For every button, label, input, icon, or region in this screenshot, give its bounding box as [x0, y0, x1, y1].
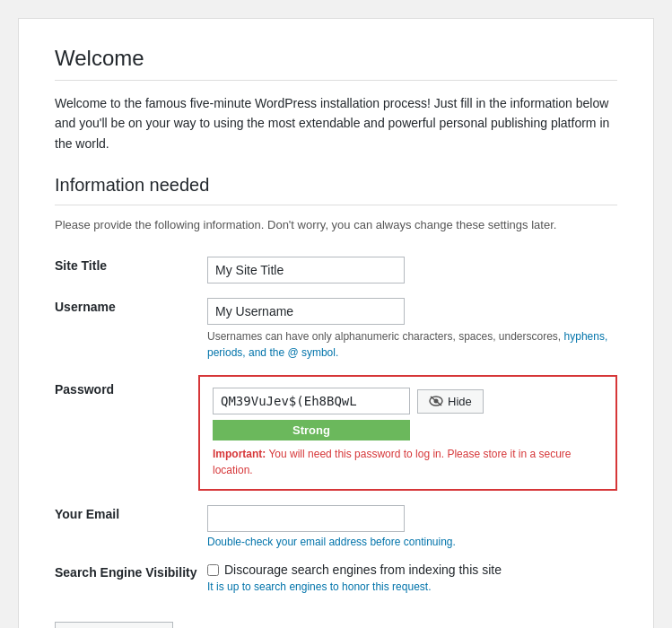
hide-button-label: Hide	[448, 395, 472, 408]
welcome-text: Welcome to the famous five-minute WordPr…	[55, 93, 617, 153]
welcome-heading: Welcome	[55, 46, 617, 71]
email-input[interactable]	[207, 505, 405, 532]
password-input[interactable]	[213, 388, 410, 414]
username-hint: Usernames can have only alphanumeric cha…	[207, 328, 617, 361]
password-hint-text: You will need this password to log in. P…	[213, 448, 572, 476]
username-input[interactable]	[207, 298, 405, 325]
search-engine-checkbox[interactable]	[207, 564, 219, 576]
search-engine-checkbox-row: Discourage search engines from indexing …	[207, 563, 617, 577]
username-field-cell: Usernames can have only alphanumeric cha…	[198, 291, 617, 368]
search-engine-field-cell: Discourage search engines from indexing …	[198, 555, 617, 600]
site-title-input[interactable]	[207, 257, 405, 283]
search-engine-label-text: Search Engine Visibility	[55, 565, 196, 580]
info-heading: Information needed	[55, 175, 617, 196]
password-field-cell: Hide Strong Important: You will need thi…	[198, 368, 617, 498]
email-hint: Double-check your email address before c…	[207, 536, 617, 548]
username-row: Username Usernames can have only alphanu…	[55, 291, 617, 368]
main-container: Welcome Welcome to the famous five-minut…	[18, 18, 654, 628]
hide-password-button[interactable]: Hide	[417, 389, 484, 414]
email-field-cell: Double-check your email address before c…	[198, 498, 617, 555]
password-row: Password	[55, 368, 617, 498]
search-engine-row: Search Engine Visibility Discourage sear…	[55, 555, 617, 600]
eye-slash-icon	[429, 395, 443, 407]
password-label: Password	[55, 368, 198, 498]
form-table: Site Title Username Usernames can have o…	[55, 249, 617, 600]
search-engine-note: It is up to search engines to honor this…	[207, 580, 617, 593]
username-label: Username	[55, 291, 198, 368]
password-strength-bar: Strong	[213, 420, 410, 440]
email-row: Your Email Double-check your email addre…	[55, 498, 617, 555]
info-text: Please provide the following information…	[55, 218, 617, 231]
password-field-row: Hide	[213, 388, 603, 414]
username-hint-link: hyphens, periods, and the @ symbol.	[207, 330, 607, 359]
password-hint-strong: Important:	[213, 448, 266, 460]
email-label: Your Email	[55, 498, 198, 555]
site-title-label: Site Title	[55, 249, 198, 291]
welcome-divider	[55, 80, 617, 81]
search-engine-label: Search Engine Visibility	[55, 555, 198, 600]
search-engine-checkbox-label: Discourage search engines from indexing …	[224, 563, 502, 577]
password-section: Hide Strong Important: You will need thi…	[198, 375, 617, 491]
site-title-row: Site Title	[55, 249, 617, 291]
password-hint: Important: You will need this password t…	[213, 446, 603, 478]
install-wordpress-button[interactable]: Install WordPress	[55, 622, 173, 628]
info-divider	[55, 205, 617, 205]
site-title-field-cell	[198, 249, 617, 291]
